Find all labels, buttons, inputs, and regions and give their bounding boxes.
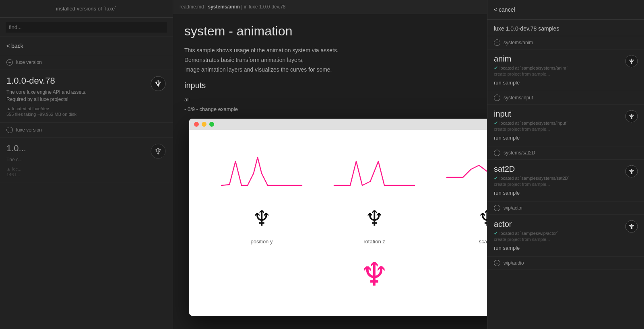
version-title-1: 1.0.0-dev.78 xyxy=(6,76,166,86)
position-y-curve xyxy=(221,149,302,202)
sample-item-actor: actor ✔ located at `samples/wip/actor` c… xyxy=(487,215,644,257)
sample-create-sat2d[interactable]: create project from sample... xyxy=(494,182,638,187)
luxe-version-section: − luxe version xyxy=(0,55,173,70)
scale-x-logo: ♆ xyxy=(475,206,487,230)
svg-text:♆: ♆ xyxy=(628,113,635,121)
back-button[interactable]: < back xyxy=(0,37,173,55)
run-sample-anim[interactable]: run sample xyxy=(494,80,520,86)
collapse-systems-anim[interactable]: − xyxy=(494,39,500,46)
breadcrumb-version: | in luxe 1.0.0-dev.78 xyxy=(241,4,285,10)
svg-text:♆: ♆ xyxy=(628,223,635,231)
collapse-wip-audio[interactable]: − xyxy=(494,260,500,266)
search-input[interactable] xyxy=(6,22,167,33)
version-desc-2: The c... xyxy=(6,156,166,163)
svg-text:♆: ♆ xyxy=(628,58,635,66)
floating-app-window: ♆ position y ♆ rotation z xyxy=(189,119,487,316)
animation-demos: ♆ position y ♆ rotation z xyxy=(205,138,487,255)
breadcrumb-file: readme.md xyxy=(180,4,204,10)
anim-demo-position-y: ♆ position y xyxy=(221,149,302,245)
collapse-icon-2[interactable]: − xyxy=(6,127,13,133)
rotation-z-curve xyxy=(334,149,415,202)
version-location-2: ▲ loc... xyxy=(6,167,166,171)
run-sample-sat2d[interactable]: run sample xyxy=(494,190,520,196)
luxe-logo-2: ♆ xyxy=(150,143,166,159)
collapse-wip-actor[interactable]: − xyxy=(494,205,500,211)
sample-create-anim[interactable]: create project from sample... xyxy=(494,72,638,76)
bottom-luxe-logo: ♆ xyxy=(356,255,392,292)
svg-text:♆: ♆ xyxy=(154,79,162,89)
description: This sample shows usage of the animation… xyxy=(184,46,476,74)
minimize-button[interactable] xyxy=(202,122,206,127)
sample-name-input: input xyxy=(494,109,638,119)
sample-logo-sat2d: ♆ xyxy=(625,164,638,180)
version-desc-1: The core luxe engine API and assets. Req… xyxy=(6,88,166,103)
scale-x-label: scale x xyxy=(479,239,487,245)
sample-name-anim: anim xyxy=(494,54,638,64)
sample-logo-actor: ♆ xyxy=(625,220,638,235)
scale-x-curve xyxy=(447,149,487,202)
svg-text:♆: ♆ xyxy=(154,146,162,156)
cancel-button[interactable]: < cancel xyxy=(487,0,644,20)
version-card-1[interactable]: 1.0.0-dev.78 The core luxe engine API an… xyxy=(0,70,173,123)
sample-create-actor[interactable]: create project from sample... xyxy=(494,237,638,242)
collapse-systems-sat2d[interactable]: − xyxy=(494,150,500,156)
sample-location-input: ✔ located at `samples/systems/input` xyxy=(494,120,638,126)
change-example-link[interactable]: - 0/9 - change example xyxy=(184,106,238,112)
sample-location-sat2d: ✔ located at `samples/systems/sat2D` xyxy=(494,175,638,181)
installed-versions-text: installed versions of `luxe` xyxy=(56,6,116,12)
page-title: system - animation xyxy=(184,24,476,39)
sample-item-sat2d: sat2D ✔ located at `samples/systems/sat2… xyxy=(487,160,644,202)
installed-versions-header: installed versions of `luxe` xyxy=(0,0,173,18)
inputs-all: all xyxy=(184,95,476,104)
sample-item-input: input ✔ located at `samples/systems/inpu… xyxy=(487,105,644,146)
version-files-2: 146 f... xyxy=(6,172,166,177)
right-panel: < cancel luxe 1.0.0-dev.78 samples − sys… xyxy=(487,0,644,329)
close-button[interactable] xyxy=(194,122,199,127)
inputs-list: all - 0/9 - change example xyxy=(184,95,476,114)
section-systems-sat2d: − systems/sat2D xyxy=(487,146,644,160)
position-y-logo: ♆ xyxy=(250,206,274,230)
luxe-version-section-2: − luxe version xyxy=(0,123,173,138)
sample-logo-anim: ♆ xyxy=(625,54,638,70)
version-card-2[interactable]: 1.0... The c... ▲ loc... 146 f... ♆ xyxy=(0,138,173,183)
inputs-header: inputs xyxy=(184,81,476,90)
run-sample-input[interactable]: run sample xyxy=(494,135,520,141)
version-location-1: ▲ located at luxe/dev xyxy=(6,106,166,111)
sample-name-sat2d: sat2D xyxy=(494,164,638,174)
sample-create-input[interactable]: create project from sample... xyxy=(494,127,638,132)
svg-text:♆: ♆ xyxy=(628,168,635,176)
sample-name-actor: actor xyxy=(494,220,638,229)
titlebar xyxy=(189,119,487,130)
sample-logo-input: ♆ xyxy=(625,109,638,125)
collapse-systems-input[interactable]: − xyxy=(494,95,500,101)
luxe-logo-1: ♆ xyxy=(150,76,166,92)
rotation-z-logo: ♆ xyxy=(362,206,386,230)
version-title-2: 1.0... xyxy=(6,143,166,154)
left-panel: installed versions of `luxe` < back − lu… xyxy=(0,0,173,329)
breadcrumb: readme.md | systems/anim | in luxe 1.0.0… xyxy=(173,0,487,14)
bottom-logo-container: ♆ xyxy=(356,255,392,292)
section-wip-actor: − wip/actor xyxy=(487,202,644,215)
run-sample-actor[interactable]: run sample xyxy=(494,245,520,251)
middle-panel: readme.md | systems/anim | in luxe 1.0.0… xyxy=(173,0,487,329)
anim-demo-rotation-z: ♆ rotation z xyxy=(334,149,415,245)
breadcrumb-section: systems/anim xyxy=(208,4,240,10)
sample-location-actor: ✔ located at `samples/wip/actor` xyxy=(494,230,638,236)
position-y-label: position y xyxy=(251,239,273,245)
rotation-z-label: rotation z xyxy=(363,239,385,245)
inputs-nav[interactable]: - 0/9 - change example xyxy=(184,105,476,114)
maximize-button[interactable] xyxy=(209,122,214,127)
collapse-icon[interactable]: − xyxy=(6,59,13,66)
section-systems-input: − systems/input xyxy=(487,91,644,105)
sample-item-anim: anim ✔ located at `samples/systems/anim`… xyxy=(487,49,644,91)
svg-text:♆: ♆ xyxy=(252,207,271,230)
app-content: ♆ position y ♆ rotation z xyxy=(189,130,487,316)
anim-demo-scale-x: ♆ scale x xyxy=(447,149,487,245)
svg-text:♆: ♆ xyxy=(360,257,389,292)
svg-text:♆: ♆ xyxy=(365,207,384,230)
sample-location-anim: ✔ located at `samples/systems/anim` xyxy=(494,65,638,71)
section-label: luxe version xyxy=(16,60,42,65)
section-systems-anim: − systems/anim xyxy=(487,36,644,49)
section-wip-audio: − wip/audio xyxy=(487,257,644,270)
svg-text:♆: ♆ xyxy=(478,207,487,230)
